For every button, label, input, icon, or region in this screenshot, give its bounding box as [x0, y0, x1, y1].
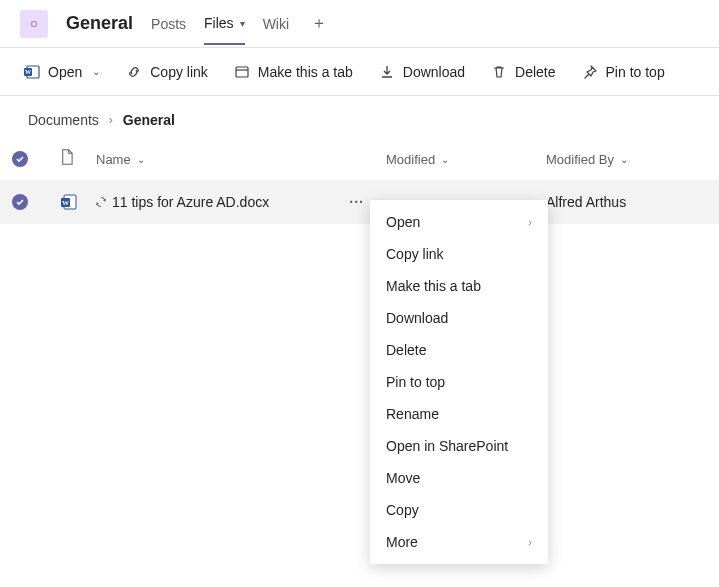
- menu-open[interactable]: Open ›: [370, 206, 548, 238]
- breadcrumb: Documents › General: [0, 96, 719, 138]
- tab-icon: [234, 64, 250, 80]
- menu-more-label: More: [386, 534, 418, 550]
- svg-text:W: W: [25, 69, 31, 75]
- chevron-right-icon: ›: [528, 216, 532, 228]
- menu-move[interactable]: Move: [370, 462, 548, 494]
- channel-name: General: [66, 13, 133, 34]
- select-all-cell[interactable]: [12, 151, 60, 167]
- link-icon: [126, 64, 142, 80]
- column-modified-by[interactable]: Modified By ⌄: [546, 152, 716, 167]
- delete-button[interactable]: Delete: [491, 64, 555, 80]
- chevron-down-icon: ⌄: [620, 154, 628, 165]
- chevron-right-icon: ›: [528, 536, 532, 548]
- chevron-down-icon: ⌄: [92, 66, 100, 77]
- menu-delete-label: Delete: [386, 342, 426, 358]
- chevron-down-icon: ⌄: [441, 154, 449, 165]
- menu-copy-link[interactable]: Copy link: [370, 238, 548, 270]
- check-circle-icon: [12, 151, 28, 167]
- menu-copy-label: Copy: [386, 502, 419, 518]
- file-name-cell[interactable]: 11 tips for Azure AD.docx ···: [96, 194, 386, 210]
- make-tab-button[interactable]: Make this a tab: [234, 64, 353, 80]
- menu-pin[interactable]: Pin to top: [370, 366, 548, 398]
- menu-make-tab[interactable]: Make this a tab: [370, 270, 548, 302]
- tab-wiki[interactable]: Wiki: [263, 4, 289, 44]
- chevron-down-icon: ⌄: [137, 154, 145, 165]
- column-name[interactable]: Name ⌄: [96, 152, 386, 167]
- channel-header: General Posts Files ▾ Wiki ＋: [0, 0, 719, 48]
- check-circle-icon: [12, 194, 28, 210]
- trash-icon: [491, 64, 507, 80]
- svg-text:W: W: [62, 199, 69, 207]
- column-modified-by-label: Modified By: [546, 152, 614, 167]
- team-avatar: [20, 10, 48, 38]
- file-type-icon: W: [60, 193, 96, 211]
- word-icon: W: [24, 64, 40, 80]
- row-select[interactable]: [12, 194, 60, 210]
- menu-copy[interactable]: Copy: [370, 494, 548, 526]
- tab-files[interactable]: Files ▾: [204, 3, 245, 45]
- menu-open-sp-label: Open in SharePoint: [386, 438, 508, 454]
- menu-open-label: Open: [386, 214, 420, 230]
- context-menu: Open › Copy link Make this a tab Downloa…: [370, 200, 548, 564]
- menu-delete[interactable]: Delete: [370, 334, 548, 366]
- column-modified-label: Modified: [386, 152, 435, 167]
- menu-rename[interactable]: Rename: [370, 398, 548, 430]
- menu-download-label: Download: [386, 310, 448, 326]
- tab-posts[interactable]: Posts: [151, 4, 186, 44]
- open-label: Open: [48, 64, 82, 80]
- table-row[interactable]: W 11 tips for Azure AD.docx ··· Alfred A…: [0, 180, 719, 224]
- svg-rect-5: [236, 67, 248, 77]
- menu-open-sharepoint[interactable]: Open in SharePoint: [370, 430, 548, 462]
- column-modified[interactable]: Modified ⌄: [386, 152, 546, 167]
- open-button[interactable]: W Open ⌄: [24, 64, 100, 80]
- copy-link-button[interactable]: Copy link: [126, 64, 208, 80]
- menu-make-tab-label: Make this a tab: [386, 278, 481, 294]
- breadcrumb-current: General: [123, 112, 175, 128]
- menu-rename-label: Rename: [386, 406, 439, 422]
- svg-point-1: [32, 22, 35, 25]
- chevron-down-icon: ▾: [240, 18, 245, 29]
- pin-button[interactable]: Pin to top: [582, 64, 665, 80]
- chevron-right-icon: ›: [109, 113, 113, 127]
- download-icon: [379, 64, 395, 80]
- menu-move-label: Move: [386, 470, 420, 486]
- sync-badge-icon: [96, 197, 106, 207]
- download-button[interactable]: Download: [379, 64, 465, 80]
- add-tab-button[interactable]: ＋: [307, 13, 331, 34]
- menu-copy-link-label: Copy link: [386, 246, 444, 262]
- table-header-row: Name ⌄ Modified ⌄ Modified By ⌄: [0, 138, 719, 180]
- pin-label: Pin to top: [606, 64, 665, 80]
- delete-label: Delete: [515, 64, 555, 80]
- menu-pin-label: Pin to top: [386, 374, 445, 390]
- download-label: Download: [403, 64, 465, 80]
- menu-more[interactable]: More ›: [370, 526, 548, 558]
- command-bar: W Open ⌄ Copy link Make this a tab Downl…: [0, 48, 719, 96]
- make-tab-label: Make this a tab: [258, 64, 353, 80]
- file-name: 11 tips for Azure AD.docx: [112, 194, 269, 210]
- file-type-header[interactable]: [60, 149, 96, 169]
- menu-download[interactable]: Download: [370, 302, 548, 334]
- column-name-label: Name: [96, 152, 131, 167]
- copy-link-label: Copy link: [150, 64, 208, 80]
- tab-files-label: Files: [204, 15, 234, 31]
- pin-icon: [582, 64, 598, 80]
- breadcrumb-root[interactable]: Documents: [28, 112, 99, 128]
- modified-by-cell: Alfred Arthus: [546, 194, 716, 210]
